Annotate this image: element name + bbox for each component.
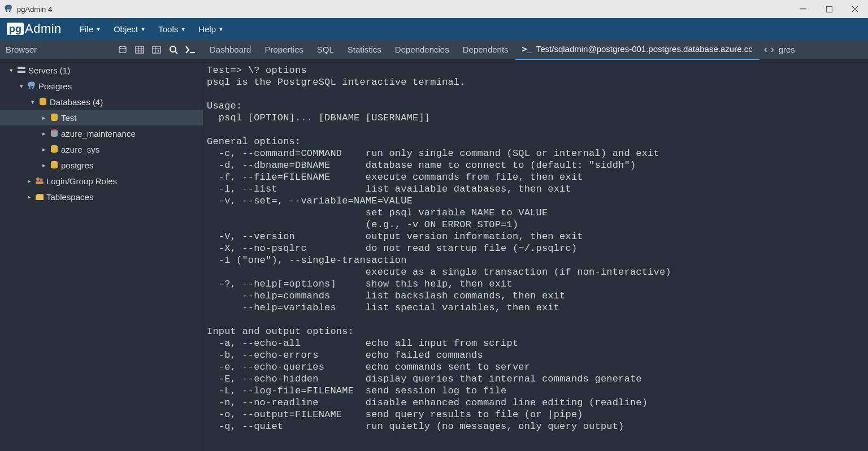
- menu-tools-label: Tools: [158, 24, 178, 34]
- servers-icon: [16, 66, 27, 74]
- svg-rect-3: [136, 46, 144, 53]
- filter-icon[interactable]: [149, 42, 164, 58]
- svg-rect-15: [36, 181, 44, 184]
- tree-label: Postgres: [38, 81, 72, 91]
- psql-tool-icon[interactable]: [183, 42, 198, 58]
- menu-file[interactable]: File▼: [80, 24, 101, 34]
- tree-label: azure_maintenance: [61, 129, 136, 138]
- chevron-right-icon[interactable]: ▸: [25, 177, 34, 185]
- menu-file-label: File: [80, 24, 93, 34]
- roles-icon: [34, 177, 45, 185]
- window-titlebar: pgAdmin 4: [0, 0, 868, 18]
- chevron-right-icon[interactable]: ▸: [40, 146, 49, 153]
- chevron-down-icon[interactable]: ▾: [28, 98, 37, 106]
- menu-object-label: Object: [114, 24, 138, 34]
- tree-label: Login/Group Roles: [46, 176, 117, 186]
- tab-psql[interactable]: >_ Test/sqladmin@postgres-001.postgres.d…: [515, 40, 760, 60]
- app-elephant-icon: [3, 4, 14, 14]
- svg-rect-6: [18, 67, 25, 69]
- svg-point-13: [36, 177, 40, 181]
- tab-psql-label: Test/sqladmin@postgres-001.postgres.data…: [536, 44, 753, 54]
- window-title: pgAdmin 4: [17, 5, 52, 14]
- psql-output: Test=> \? options psql is the PostgreSQL…: [203, 60, 868, 437]
- database-disconnected-icon: [49, 129, 60, 138]
- window-minimize-button[interactable]: [790, 0, 816, 18]
- svg-rect-7: [18, 71, 25, 73]
- query-tool-icon[interactable]: [115, 42, 131, 58]
- tab-scroll-left-button[interactable]: ‹: [764, 44, 767, 55]
- logo-box: pg: [7, 23, 24, 35]
- view-data-icon[interactable]: [132, 42, 147, 58]
- menu-object[interactable]: Object▼: [114, 24, 146, 34]
- tree-label: azure_sys: [61, 145, 99, 154]
- tab-nav: ‹ ›: [760, 44, 779, 55]
- svg-rect-16: [36, 196, 44, 200]
- svg-point-2: [119, 46, 126, 48]
- window-close-button[interactable]: [842, 0, 868, 18]
- chevron-down-icon: ▼: [96, 26, 101, 32]
- svg-point-14: [40, 179, 43, 181]
- window-maximize-button[interactable]: [816, 0, 842, 18]
- menu-help-label: Help: [198, 24, 216, 34]
- tree-node-servers[interactable]: ▾ Servers (1): [0, 62, 203, 78]
- tree-node-db-azure-maintenance[interactable]: ▸ azure_maintenance: [0, 125, 203, 141]
- tablespace-icon: [34, 193, 45, 201]
- tree-node-databases[interactable]: ▾ Databases (4): [0, 94, 203, 110]
- tab-dependents[interactable]: Dependents: [456, 40, 515, 60]
- psql-panel[interactable]: Test=> \? options psql is the PostgreSQL…: [203, 60, 868, 451]
- menu-tools[interactable]: Tools▼: [158, 24, 186, 34]
- tree-node-login-roles[interactable]: ▸ Login/Group Roles: [0, 173, 203, 189]
- terminal-icon: >_: [522, 44, 532, 54]
- chevron-right-icon[interactable]: ▸: [25, 193, 34, 201]
- tree-label: postgres: [61, 161, 94, 170]
- tab-dashboard[interactable]: Dashboard: [203, 40, 258, 60]
- tree-node-db-azure-sys[interactable]: ▸ azure_sys: [0, 141, 203, 157]
- chevron-down-icon: ▼: [140, 26, 146, 32]
- svg-point-5: [170, 46, 176, 52]
- svg-rect-0: [800, 8, 806, 9]
- tree-label: Test: [61, 113, 77, 123]
- chevron-down-icon[interactable]: ▾: [7, 67, 16, 74]
- tree-label: Tablespaces: [46, 192, 93, 202]
- chevron-down-icon: ▼: [180, 26, 186, 32]
- logo-text: Admin: [25, 21, 62, 36]
- chevron-down-icon[interactable]: ▾: [17, 83, 26, 90]
- tree-node-db-test[interactable]: ▸ Test: [0, 110, 203, 125]
- tree-label: Servers (1): [28, 66, 70, 75]
- tree-label: Databases (4): [50, 97, 103, 107]
- tab-scroll-right-button[interactable]: ›: [771, 44, 774, 55]
- tab-strip: Dashboard Properties SQL Statistics Depe…: [203, 40, 868, 60]
- tab-properties[interactable]: Properties: [258, 40, 310, 60]
- app-menu-bar: pgAdmin File▼ Object▼ Tools▼ Help▼: [0, 18, 868, 40]
- browser-panel-header: Browser: [0, 42, 203, 58]
- main-area: ▾ Servers (1) ▾ Postgres ▾ Databases (4)…: [0, 60, 868, 451]
- tree-node-tablespaces[interactable]: ▸ Tablespaces: [0, 189, 203, 205]
- menu-help[interactable]: Help▼: [198, 24, 224, 34]
- browser-label: Browser: [6, 45, 37, 54]
- toolbar: Browser Dashboard Properties SQL Statist…: [0, 40, 868, 60]
- chevron-right-icon[interactable]: ▸: [40, 114, 49, 122]
- database-icon: [49, 113, 60, 122]
- svg-rect-1: [826, 6, 832, 12]
- elephant-icon: [26, 81, 37, 90]
- tree-node-postgres-server[interactable]: ▾ Postgres: [0, 78, 203, 94]
- database-icon: [49, 161, 60, 170]
- tab-overflow-label: gres: [779, 45, 795, 54]
- database-icon: [49, 145, 60, 154]
- database-icon: [37, 97, 49, 106]
- chevron-right-icon[interactable]: ▸: [40, 130, 49, 137]
- tree-node-db-postgres[interactable]: ▸ postgres: [0, 157, 203, 173]
- tab-dependencies[interactable]: Dependencies: [388, 40, 456, 60]
- tab-sql[interactable]: SQL: [310, 40, 341, 60]
- search-icon[interactable]: [166, 42, 181, 58]
- chevron-down-icon: ▼: [218, 26, 224, 32]
- object-browser-tree[interactable]: ▾ Servers (1) ▾ Postgres ▾ Databases (4)…: [0, 60, 203, 451]
- tab-statistics[interactable]: Statistics: [341, 40, 388, 60]
- pgadmin-logo: pgAdmin: [7, 21, 62, 36]
- chevron-right-icon[interactable]: ▸: [40, 162, 49, 169]
